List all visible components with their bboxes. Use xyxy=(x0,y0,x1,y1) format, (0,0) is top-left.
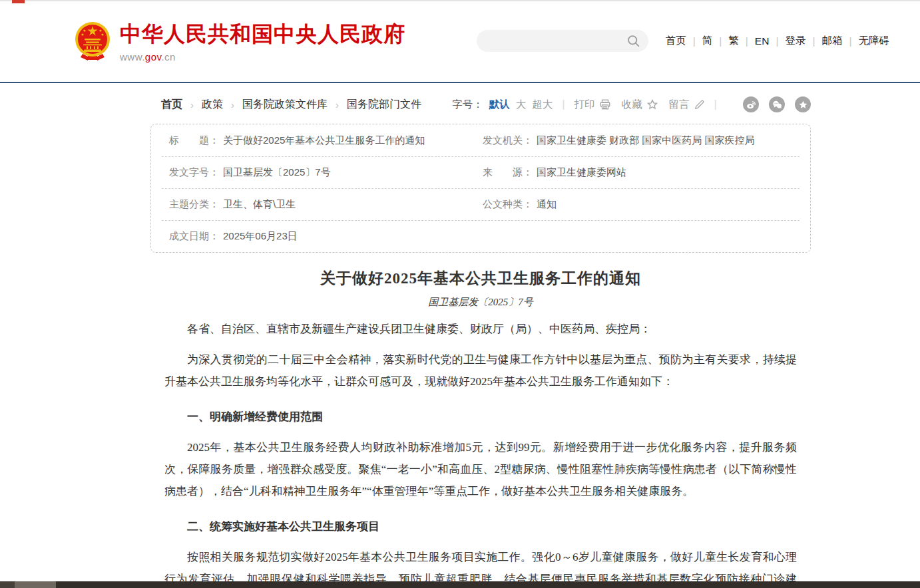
url-highlight: gov xyxy=(145,51,162,63)
meta-label: 主题分类： xyxy=(169,198,219,211)
font-size-label: 字号： xyxy=(452,98,483,112)
meta-value: 关于做好2025年基本公共卫生服务工作的通知 xyxy=(223,134,425,147)
share-group xyxy=(733,96,811,112)
nav-item-2[interactable]: 简 xyxy=(702,34,713,48)
meta-cell: 来 源：国家卫生健康委网站 xyxy=(483,166,800,179)
font-size-option-3[interactable]: 超大 xyxy=(532,98,553,110)
nav-item-5[interactable]: 登录 xyxy=(785,34,805,48)
top-nav: 首页|简|繁|EN|登录|邮箱|无障碍 xyxy=(666,34,889,48)
star-icon xyxy=(646,98,658,110)
weibo-icon[interactable] xyxy=(743,96,759,112)
breadcrumb-item-4[interactable]: 国务院部门文件 xyxy=(347,98,421,112)
meta-label: 发文字号： xyxy=(169,166,219,179)
nav-item-4[interactable]: EN xyxy=(755,35,770,47)
page: 中华人民共和国中央人民政府 www.gov.cn 首页|简|繁|EN|登录|邮箱… xyxy=(0,0,920,588)
nav-separator: | xyxy=(776,35,778,47)
toolbar-right: 字号： 默认大超大 | 打印收藏留言 | xyxy=(452,96,811,112)
nav-separator: | xyxy=(719,35,722,47)
breadcrumb-item-3[interactable]: 国务院政策文件库 xyxy=(242,98,328,112)
url-prefix: www. xyxy=(120,51,145,63)
nav-item-7[interactable]: 无障碍 xyxy=(859,34,890,48)
footer-bar xyxy=(0,581,920,588)
nav-item-6[interactable]: 邮箱 xyxy=(821,34,842,48)
meta-cell: 标 题：关于做好2025年基本公共卫生服务工作的通知 xyxy=(162,134,483,147)
action-label: 留言 xyxy=(669,98,690,112)
qzone-icon[interactable] xyxy=(795,96,811,112)
toolbar-separator: | xyxy=(562,98,565,111)
site-header: 中华人民共和国中央人民政府 www.gov.cn 首页|简|繁|EN|登录|邮箱… xyxy=(0,0,920,83)
meta-value: 通知 xyxy=(537,198,557,211)
nav-separator: | xyxy=(693,35,696,47)
printer-button[interactable]: 打印 xyxy=(575,98,611,112)
nav-separator: | xyxy=(812,35,815,47)
toolbar: 首页›政策›国务院政策文件库›国务院部门文件 字号： 默认大超大 | 打印收藏留… xyxy=(150,96,811,113)
nav-separator: | xyxy=(746,35,748,47)
breadcrumb: 首页›政策›国务院政策文件库›国务院部门文件 xyxy=(161,98,421,112)
meta-cell: 公文种类：通知 xyxy=(483,198,800,211)
toolbar-actions: 打印收藏留言 xyxy=(575,98,705,112)
footer-segment xyxy=(0,581,15,588)
paragraph: 为深入贯彻党的二十届三中全会精神，落实新时代党的卫生与健康工作方针中以基层为重点… xyxy=(164,349,797,392)
meta-row: 发文字号：国卫基层发〔2025〕7号来 源：国家卫生健康委网站 xyxy=(162,156,800,188)
meta-cell: 成文日期：2025年06月23日 xyxy=(162,230,483,243)
printer-icon xyxy=(599,98,611,110)
action-label: 打印 xyxy=(575,98,595,112)
meta-value: 国家卫生健康委网站 xyxy=(537,166,626,179)
article-body: 各省、自治区、直辖市及新疆生产建设兵团卫生健康委、财政厅（局）、中医药局、疾控局… xyxy=(150,318,811,588)
meta-row: 标 题：关于做好2025年基本公共卫生服务工作的通知发文机关：国家卫生健康委 财… xyxy=(162,124,800,156)
national-emblem-icon xyxy=(75,21,111,61)
nav-item-3[interactable]: 繁 xyxy=(728,34,739,48)
meta-value: 国家卫生健康委 财政部 国家中医药局 国家疾控局 xyxy=(537,134,755,147)
font-size-option-1[interactable]: 默认 xyxy=(489,98,510,110)
footer-segment xyxy=(15,581,56,588)
chevron-right-icon: › xyxy=(336,99,339,110)
meta-label: 公文种类： xyxy=(483,198,533,211)
nav-item-1[interactable]: 首页 xyxy=(666,34,686,48)
section-heading: 一、明确新增经费使用范围 xyxy=(164,406,797,428)
font-size-options: 默认大超大 xyxy=(483,98,553,112)
chevron-right-icon: › xyxy=(231,99,234,110)
action-label: 收藏 xyxy=(622,98,642,112)
main-column: 首页›政策›国务院政策文件库›国务院部门文件 字号： 默认大超大 | 打印收藏留… xyxy=(150,96,811,588)
meta-row: 成文日期：2025年06月23日 xyxy=(162,220,800,252)
paragraph: 各省、自治区、直辖市及新疆生产建设兵团卫生健康委、财政厅（局）、中医药局、疾控局… xyxy=(164,318,797,340)
wechat-icon[interactable] xyxy=(769,96,785,112)
search-box[interactable] xyxy=(477,30,648,52)
pencil-button[interactable]: 留言 xyxy=(669,98,705,112)
breadcrumb-item-1[interactable]: 首页 xyxy=(161,98,182,112)
meta-value: 卫生、体育\卫生 xyxy=(223,198,296,211)
site-title: 中华人民共和国中央人民政府 xyxy=(120,20,405,49)
site-name-block: 中华人民共和国中央人民政府 www.gov.cn xyxy=(120,20,405,63)
meta-cell: 发文机关：国家卫生健康委 财政部 国家中医药局 国家疾控局 xyxy=(483,134,800,147)
star-button[interactable]: 收藏 xyxy=(622,98,658,112)
url-suffix: .cn xyxy=(161,51,176,63)
meta-label: 来 源： xyxy=(483,166,533,179)
document-meta-box: 标 题：关于做好2025年基本公共卫生服务工作的通知发文机关：国家卫生健康委 财… xyxy=(150,124,811,253)
toolbar-separator: | xyxy=(714,98,717,111)
meta-label: 发文机关： xyxy=(483,134,533,147)
site-url: www.gov.cn xyxy=(120,51,405,63)
meta-label: 成文日期： xyxy=(169,230,219,243)
breadcrumb-item-2[interactable]: 政策 xyxy=(202,98,223,112)
section-heading: 二、统筹实施好基本公共卫生服务项目 xyxy=(164,515,797,537)
document-title: 关于做好2025年基本公共卫生服务工作的通知 xyxy=(150,268,811,289)
meta-value: 国卫基层发〔2025〕7号 xyxy=(223,166,331,179)
paragraph: 2025年，基本公共卫生服务经费人均财政补助标准增加5元，达到99元。新增经费用… xyxy=(164,436,797,502)
nav-separator: | xyxy=(849,35,851,47)
site-logo[interactable]: 中华人民共和国中央人民政府 www.gov.cn xyxy=(75,20,405,63)
font-size-option-2[interactable]: 大 xyxy=(516,98,527,110)
meta-label: 标 题： xyxy=(169,134,219,147)
search-icon[interactable] xyxy=(626,34,640,48)
meta-value: 2025年06月23日 xyxy=(223,230,298,243)
pencil-icon xyxy=(694,99,705,110)
meta-row: 主题分类：卫生、体育\卫生公文种类：通知 xyxy=(162,188,800,220)
document-number: 国卫基层发〔2025〕7号 xyxy=(150,296,811,309)
meta-cell: 发文字号：国卫基层发〔2025〕7号 xyxy=(162,166,483,179)
meta-cell: 主题分类：卫生、体育\卫生 xyxy=(162,198,483,211)
search-input[interactable] xyxy=(477,30,648,52)
chevron-right-icon: › xyxy=(190,99,194,110)
